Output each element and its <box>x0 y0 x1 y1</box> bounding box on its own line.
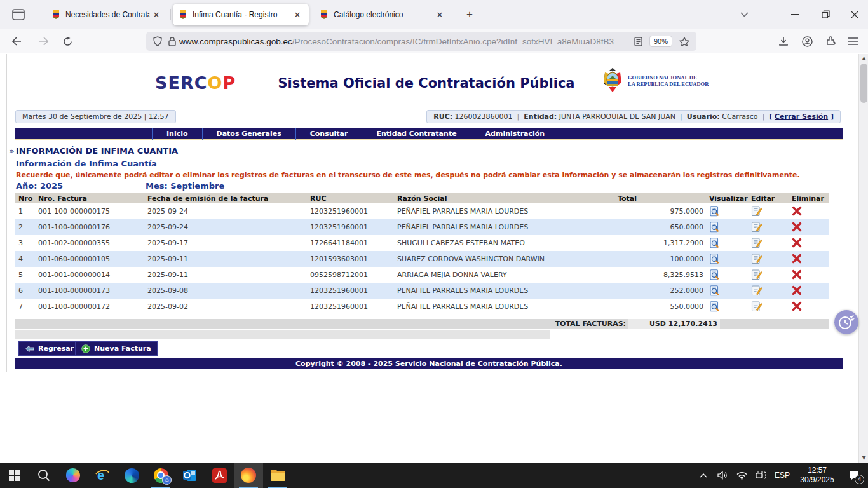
window-restore-button[interactable] <box>811 0 840 29</box>
main-menu-bar: Inicio Datos Generales Consultar Entidad… <box>15 128 843 140</box>
cell-factura: 001-002-000000355 <box>35 235 144 251</box>
floating-timer-widget[interactable] <box>834 310 858 334</box>
url-bar[interactable]: www.compraspublicas.gob.ec/ProcesoContra… <box>146 32 696 51</box>
editar-icon[interactable] <box>751 206 762 217</box>
cell-ruc: 1726641184001 <box>307 235 394 251</box>
taskbar-clock[interactable]: 12:57 30/9/2025 <box>794 466 840 485</box>
eliminar-icon[interactable] <box>792 206 803 217</box>
cell-fecha: 2025-09-08 <box>144 283 307 299</box>
vertical-scrollbar[interactable]: ▲ ▼ <box>858 54 868 463</box>
menu-item-entidad-contratante[interactable]: Entidad Contratante <box>362 128 470 140</box>
eliminar-icon[interactable] <box>792 254 803 264</box>
cell-nro: 6 <box>15 283 35 299</box>
shield-icon[interactable] <box>153 36 162 46</box>
account-icon[interactable] <box>797 32 817 50</box>
cell-fecha: 2025-09-11 <box>144 267 307 283</box>
visualizar-icon[interactable] <box>709 238 720 248</box>
tab-catalogo[interactable]: Catálogo electrónico ✕ <box>314 4 451 25</box>
col-header-ruc: RUC <box>307 193 394 203</box>
sercop-favicon <box>178 10 188 20</box>
visualizar-icon[interactable] <box>709 269 720 280</box>
menu-item-inicio[interactable]: Inicio <box>152 128 202 140</box>
url-text[interactable]: www.compraspublicas.gob.ec/ProcesoContra… <box>179 37 631 46</box>
copilot-icon[interactable] <box>58 463 88 488</box>
scroll-down-icon[interactable]: ▼ <box>859 454 868 463</box>
cell-razon: PEÑAFIEL PARRALES MARIA LOURDES <box>394 299 614 315</box>
editar-icon[interactable] <box>751 238 762 248</box>
new-tab-button[interactable]: + <box>463 8 477 22</box>
back-arrow-icon <box>25 345 34 353</box>
cell-ruc: 1203251960001 <box>307 219 394 235</box>
lock-icon[interactable] <box>168 37 176 46</box>
cell-nro: 7 <box>15 299 35 315</box>
zoom-level-indicator[interactable]: 90% <box>649 36 672 47</box>
tab-list-chevron-icon[interactable] <box>729 0 759 29</box>
internet-explorer-icon[interactable]: e <box>88 463 117 488</box>
table-row: 4 001-060-000000105 2025-09-11 120159360… <box>15 251 829 267</box>
cell-fecha: 2025-09-24 <box>144 203 307 219</box>
reload-icon[interactable] <box>58 32 76 50</box>
visualizar-icon[interactable] <box>709 285 720 296</box>
display-connect-icon[interactable] <box>751 463 770 488</box>
tab-close-icon[interactable]: ✕ <box>291 8 304 21</box>
wifi-icon[interactable] <box>732 463 751 488</box>
cell-razon: SHUGULI CABEZAS ESTEBAN MATEO <box>394 235 614 251</box>
cell-total: 8,325.9513 <box>614 267 706 283</box>
tab-title: Necesidades de Contratación y <box>65 10 150 19</box>
volume-icon[interactable] <box>713 463 732 488</box>
table-header-row: Nro Nro. Factura Fecha de emisión de la … <box>15 193 829 203</box>
outlook-icon[interactable] <box>175 463 205 488</box>
language-indicator[interactable]: ESP <box>770 471 794 480</box>
menu-item-datos-generales[interactable]: Datos Generales <box>202 128 295 140</box>
menu-hamburger-icon[interactable] <box>844 32 863 50</box>
editar-icon[interactable] <box>751 222 762 233</box>
tab-necesidades[interactable]: Necesidades de Contratación y ✕ <box>46 4 168 25</box>
eliminar-icon[interactable] <box>792 269 803 280</box>
visualizar-icon[interactable] <box>709 206 720 217</box>
firefox-view-icon[interactable] <box>10 7 27 22</box>
eliminar-icon[interactable] <box>792 301 803 312</box>
forward-icon[interactable] <box>35 32 53 50</box>
eliminar-icon[interactable] <box>792 238 803 248</box>
reader-view-icon[interactable] <box>634 37 642 46</box>
regresar-button[interactable]: Regresar <box>18 341 80 356</box>
browser-toolbar: www.compraspublicas.gob.ec/ProcesoContra… <box>0 29 868 53</box>
editar-icon[interactable] <box>751 269 762 280</box>
visualizar-icon[interactable] <box>709 222 720 233</box>
visualizar-icon[interactable] <box>709 301 720 312</box>
year-value: Año: 2025 <box>16 181 63 191</box>
logout-link[interactable]: [ Cerrar Sesión ] <box>769 112 834 121</box>
edge-icon[interactable] <box>117 463 146 488</box>
tray-chevron-up-icon[interactable] <box>694 463 713 488</box>
editar-icon[interactable] <box>751 254 762 264</box>
nueva-factura-button[interactable]: Nueva Factura <box>75 341 158 356</box>
file-explorer-icon[interactable] <box>263 463 292 488</box>
tab-close-icon[interactable]: ✕ <box>433 8 446 21</box>
ruc-label: RUC: <box>433 112 452 121</box>
acrobat-icon[interactable] <box>205 463 234 488</box>
editar-icon[interactable] <box>751 301 762 312</box>
eliminar-icon[interactable] <box>792 222 803 233</box>
eliminar-icon[interactable] <box>792 285 803 296</box>
table-footer-bar <box>15 330 550 339</box>
firefox-icon[interactable] <box>234 463 263 488</box>
bookmark-star-icon[interactable] <box>679 37 689 46</box>
scroll-up-icon[interactable]: ▲ <box>859 54 868 63</box>
menu-item-administracion[interactable]: Administración <box>471 128 560 140</box>
window-close-button[interactable] <box>840 0 868 29</box>
back-icon[interactable] <box>8 32 25 50</box>
editar-icon[interactable] <box>751 285 762 296</box>
taskbar-search-icon[interactable] <box>29 463 58 488</box>
scrollbar-thumb[interactable] <box>860 64 867 103</box>
start-button[interactable] <box>0 463 29 488</box>
notification-center-icon[interactable]: 4 <box>840 463 868 488</box>
ruc-value: 1260023860001 <box>455 112 513 121</box>
menu-item-consultar[interactable]: Consultar <box>295 128 362 140</box>
tab-infima-cuantia[interactable]: Infima Cuantía - Registro ✕ <box>173 4 309 25</box>
visualizar-icon[interactable] <box>709 254 720 264</box>
extensions-icon[interactable] <box>821 32 840 50</box>
window-minimize-button[interactable] <box>780 0 810 29</box>
tab-close-icon[interactable]: ✕ <box>150 8 163 21</box>
chrome-icon[interactable]: ☺ <box>146 463 175 488</box>
downloads-icon[interactable] <box>774 32 793 50</box>
